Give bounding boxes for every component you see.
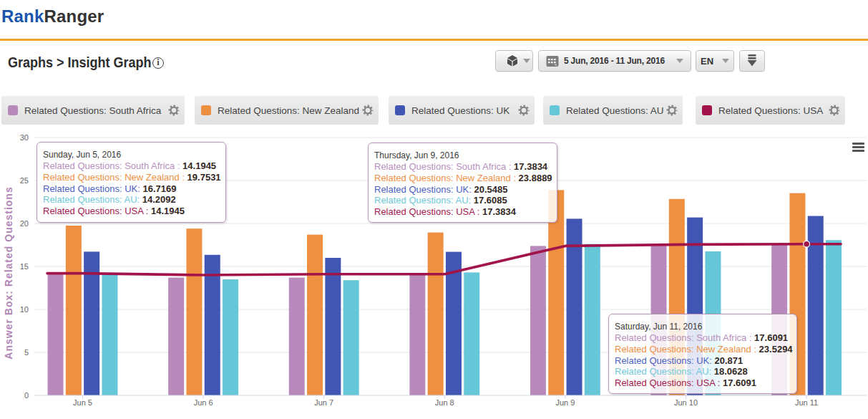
- svg-text:Answer Box: Related Questions: Answer Box: Related Questions: [3, 186, 14, 359]
- svg-text:Jun 5: Jun 5: [73, 398, 92, 407]
- svg-text:15: 15: [20, 262, 29, 271]
- svg-text:10: 10: [20, 305, 29, 314]
- svg-text:Jun 8: Jun 8: [435, 398, 454, 407]
- svg-text:Jun 10: Jun 10: [674, 398, 698, 407]
- svg-text:Jun 6: Jun 6: [194, 398, 213, 407]
- svg-text:0: 0: [24, 391, 29, 400]
- svg-text:Jun 11: Jun 11: [795, 398, 818, 407]
- svg-text:25: 25: [20, 176, 29, 185]
- svg-text:Jun 7: Jun 7: [314, 398, 333, 407]
- svg-text:5: 5: [24, 348, 29, 357]
- svg-text:30: 30: [20, 133, 29, 142]
- svg-text:Jun 9: Jun 9: [555, 398, 575, 407]
- svg-text:20: 20: [20, 219, 29, 228]
